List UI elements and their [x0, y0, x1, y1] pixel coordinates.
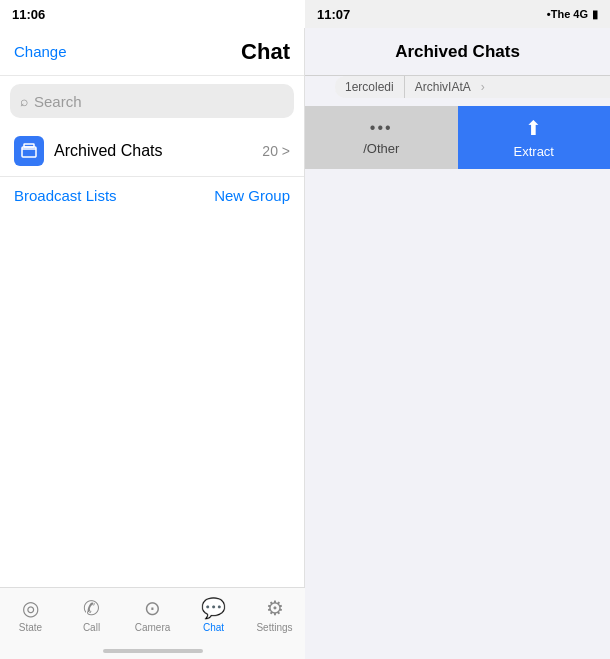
- archived-count: 20 >: [262, 143, 290, 159]
- state-icon: ◎: [22, 596, 39, 620]
- overlay-action-buttons: ••• /Other ⬆ Extract: [305, 106, 610, 169]
- nav-item-settings[interactable]: ⚙ Settings: [250, 596, 300, 633]
- time-left: 11:06: [12, 7, 45, 22]
- home-indicator: [103, 649, 203, 653]
- time-right: 11:07: [317, 7, 350, 22]
- extract-button-label: Extract: [514, 144, 554, 159]
- other-button[interactable]: ••• /Other: [305, 106, 458, 169]
- archived-chats-row[interactable]: Archived Chats 20 >: [0, 126, 304, 177]
- chat-nav-icon: 💬: [201, 596, 226, 620]
- upload-icon: ⬆: [525, 116, 542, 140]
- camera-label: Camera: [135, 622, 171, 633]
- left-header: Change Chat: [0, 28, 304, 76]
- settings-label: Settings: [256, 622, 292, 633]
- call-icon: ✆: [83, 596, 100, 620]
- overlay-dropdown: 1ercoledi ArchivIAtA › ••• /Other ⬆ Extr…: [305, 76, 610, 169]
- overlay-date: 1ercoledi: [335, 76, 404, 98]
- nav-item-chat[interactable]: 💬 Chat: [189, 596, 239, 633]
- archived-left: Archived Chats: [14, 136, 163, 166]
- status-bar-left: 11:06: [0, 0, 305, 28]
- status-icons-right: •The 4G ▮: [547, 8, 598, 21]
- signal-icon: •The 4G: [547, 8, 588, 20]
- new-group-link[interactable]: New Group: [214, 187, 290, 204]
- camera-icon: ⊙: [144, 596, 161, 620]
- nav-item-state[interactable]: ◎ State: [6, 596, 56, 633]
- change-button[interactable]: Change: [14, 43, 67, 60]
- settings-icon: ⚙: [266, 596, 284, 620]
- state-label: State: [19, 622, 42, 633]
- right-panel-title: Archived Chats: [395, 42, 520, 62]
- extract-button[interactable]: ⬆ Extract: [458, 106, 611, 169]
- overlay-info-row[interactable]: 1ercoledi ArchivIAtA ›: [335, 76, 610, 98]
- call-label: Call: [83, 622, 100, 633]
- overlay-chevron-icon: ›: [481, 80, 493, 94]
- nav-item-call[interactable]: ✆ Call: [67, 596, 117, 633]
- left-panel: Change Chat ⌕ Search Archived Chats 20 >…: [0, 28, 305, 659]
- battery-icon: ▮: [592, 8, 598, 21]
- search-placeholder-text: Search: [34, 93, 82, 110]
- bottom-navigation: ◎ State ✆ Call ⊙ Camera 💬 Chat ⚙ Setting…: [0, 587, 305, 659]
- other-button-label: /Other: [363, 141, 399, 156]
- chat-nav-label: Chat: [203, 622, 224, 633]
- right-header: Archived Chats: [305, 28, 610, 76]
- archived-chats-label: Archived Chats: [54, 142, 163, 160]
- nav-item-camera[interactable]: ⊙ Camera: [128, 596, 178, 633]
- bottom-links: Broadcast Lists New Group: [0, 177, 304, 214]
- broadcast-lists-link[interactable]: Broadcast Lists: [14, 187, 117, 204]
- chat-title: Chat: [241, 39, 290, 65]
- search-bar[interactable]: ⌕ Search: [10, 84, 294, 118]
- search-icon: ⌕: [20, 93, 28, 109]
- overlay-archiviate: ArchivIAtA: [404, 76, 481, 98]
- dots-icon: •••: [370, 119, 393, 137]
- svg-rect-1: [24, 144, 34, 147]
- status-bar-right: 11:07 •The 4G ▮: [305, 0, 610, 28]
- archived-icon: [14, 136, 44, 166]
